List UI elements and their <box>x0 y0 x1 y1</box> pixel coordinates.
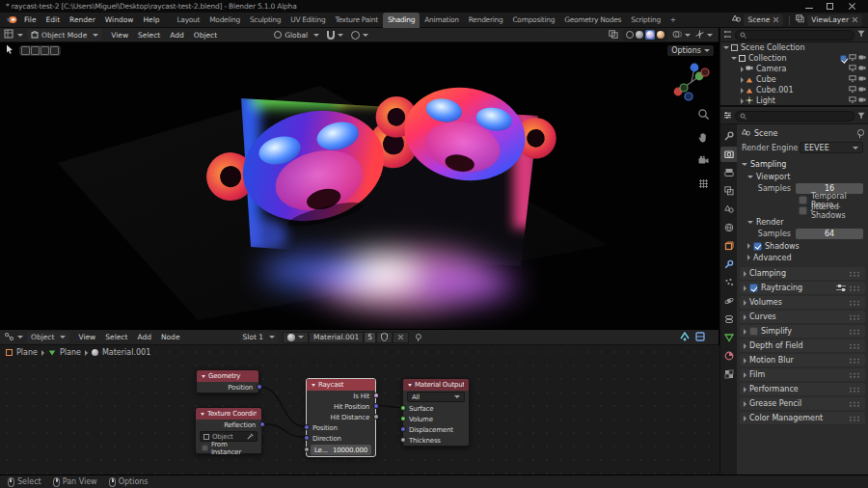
tab-physics[interactable] <box>720 293 737 309</box>
workspace-tab-scripting[interactable]: Scripting <box>626 13 665 28</box>
properties-search[interactable] <box>735 111 854 122</box>
select-subtract-icon[interactable] <box>41 46 49 55</box>
orientation-dropdown[interactable]: Global <box>274 31 319 40</box>
expander-icon[interactable] <box>723 46 729 49</box>
raytracing-checkbox[interactable] <box>749 284 758 292</box>
drag-handle-icon[interactable] <box>849 387 861 393</box>
node-texture-coordinate[interactable]: Texture Coordinate Reflection Object Fro… <box>195 407 262 454</box>
viewport-menu-object[interactable]: Object <box>189 31 222 40</box>
material-name-field[interactable]: Material.001 <box>309 332 364 343</box>
workspace-tab-layout[interactable]: Layout <box>172 13 204 28</box>
hide-viewport-icon[interactable] <box>849 86 856 95</box>
viewport-menu-add[interactable]: Add <box>165 31 189 40</box>
3d-viewport-render[interactable]: Options <box>0 42 719 329</box>
shader-type-dropdown[interactable]: Object <box>27 332 69 343</box>
select-new-icon[interactable] <box>21 46 30 55</box>
perspective-toggle-button[interactable] <box>697 177 710 192</box>
input-socket-thickness[interactable] <box>400 437 406 443</box>
node-canvas[interactable]: Plane Plane Material.001 Geometry <box>0 345 719 475</box>
node-material-output[interactable]: Material Output All Surface Volume Displ… <box>402 378 470 447</box>
hide-viewport-icon[interactable] <box>849 75 856 84</box>
overlay-node-icon[interactable] <box>695 332 705 343</box>
drag-handle-icon[interactable] <box>849 401 861 407</box>
drag-handle-icon[interactable] <box>849 271 861 277</box>
node-texcoord-header[interactable]: Texture Coordinate <box>196 408 261 420</box>
hide-viewport-icon[interactable] <box>849 65 856 73</box>
blender-logo-icon[interactable] <box>4 14 19 26</box>
disable-render-icon[interactable] <box>858 86 866 95</box>
tab-material[interactable] <box>720 348 737 364</box>
gizmos-dropdown[interactable] <box>695 30 713 41</box>
node-geometry-header[interactable]: Geometry <box>197 370 258 382</box>
tab-texture[interactable] <box>720 366 737 382</box>
outliner-row-scene-collection[interactable]: Scene Collection <box>720 42 868 53</box>
panel-curves[interactable]: Curves <box>740 311 865 323</box>
panel-simplify[interactable]: Simplify <box>740 325 865 338</box>
workspace-tab-compositing[interactable]: Compositing <box>507 13 559 28</box>
input-socket-position[interactable] <box>304 424 310 430</box>
disable-render-icon[interactable] <box>858 96 866 105</box>
drag-handle-icon[interactable] <box>849 372 861 378</box>
minimize-button[interactable] <box>799 0 820 13</box>
tab-tool[interactable] <box>720 128 737 144</box>
workspace-tab-sculpting[interactable]: Sculpting <box>245 13 285 28</box>
temporal-reprojection-checkbox[interactable] <box>799 196 807 204</box>
subpanel-viewport-header[interactable]: Viewport <box>745 171 866 182</box>
material-users-button[interactable]: 5 <box>364 332 376 343</box>
input-socket-displacement[interactable] <box>400 426 406 432</box>
menu-help[interactable]: Help <box>138 15 164 24</box>
tab-constraints[interactable] <box>720 312 737 327</box>
shader-menu-node[interactable]: Node <box>156 333 185 341</box>
tab-view-layer[interactable] <box>720 183 737 199</box>
input-socket-direction[interactable] <box>304 435 310 441</box>
output-socket-hit-distance[interactable] <box>373 414 379 420</box>
disable-render-icon[interactable] <box>858 65 866 73</box>
menu-edit[interactable]: Edit <box>41 15 66 24</box>
output-target-dropdown[interactable]: All <box>407 392 465 402</box>
drag-handle-icon[interactable] <box>849 285 861 291</box>
panel-grease-pencil[interactable]: Grease Pencil <box>740 397 865 410</box>
eyedropper-icon[interactable] <box>247 433 254 440</box>
raytracing-presets-icon[interactable] <box>836 285 846 291</box>
pin-icon[interactable] <box>414 334 421 341</box>
disable-render-icon[interactable] <box>858 54 866 63</box>
tab-render[interactable] <box>720 147 737 162</box>
output-socket-is-hit[interactable] <box>373 393 379 398</box>
hide-viewport-icon[interactable] <box>849 54 856 63</box>
output-socket-hit-position[interactable] <box>373 403 379 409</box>
menu-window[interactable]: Window <box>100 15 139 24</box>
close-button[interactable] <box>841 0 862 13</box>
wireframe-shading-icon[interactable] <box>626 31 634 39</box>
simplify-checkbox[interactable] <box>749 327 758 336</box>
maximize-button[interactable] <box>820 0 841 13</box>
active-tool-cursor-icon[interactable] <box>6 44 14 56</box>
expander-icon[interactable] <box>741 98 744 104</box>
render-samples-field[interactable]: 64 <box>796 229 863 239</box>
workspace-tab-geometry-nodes[interactable]: Geometry Nodes <box>559 13 626 28</box>
panel-volumes[interactable]: Volumes <box>740 296 865 309</box>
add-workspace-button[interactable]: + <box>665 13 681 28</box>
workspace-tab-modeling[interactable]: Modeling <box>204 13 245 28</box>
expander-icon[interactable] <box>741 77 744 83</box>
rendered-shading-icon[interactable] <box>657 31 665 39</box>
workspace-tab-uv-editing[interactable]: UV Editing <box>285 13 330 28</box>
node-raycast-header[interactable]: Raycast <box>307 379 375 391</box>
solid-shading-icon[interactable] <box>636 31 643 39</box>
jittered-shadows-checkbox[interactable] <box>799 206 807 215</box>
viewlayer-selector[interactable]: ViewLayer <box>807 14 862 26</box>
drag-handle-icon[interactable] <box>849 416 861 421</box>
camera-view-button[interactable] <box>697 154 710 169</box>
outliner-row-camera[interactable]: Camera <box>720 64 868 74</box>
panel-depth-of-field[interactable]: Depth of Field <box>740 339 865 352</box>
output-socket-reflection[interactable] <box>259 421 265 427</box>
shader-menu-select[interactable]: Select <box>100 333 132 341</box>
disable-render-icon[interactable] <box>858 75 866 84</box>
input-socket-surface[interactable] <box>400 405 406 411</box>
outliner-editor-icon[interactable] <box>723 30 732 41</box>
select-extend-icon[interactable] <box>31 46 40 55</box>
properties-search-input[interactable] <box>749 112 850 121</box>
subpanel-advanced-header[interactable]: Advanced <box>745 252 866 263</box>
tab-object-data[interactable] <box>720 330 737 345</box>
panel-performance[interactable]: Performance <box>740 383 865 395</box>
shadows-checkbox[interactable] <box>753 242 762 251</box>
